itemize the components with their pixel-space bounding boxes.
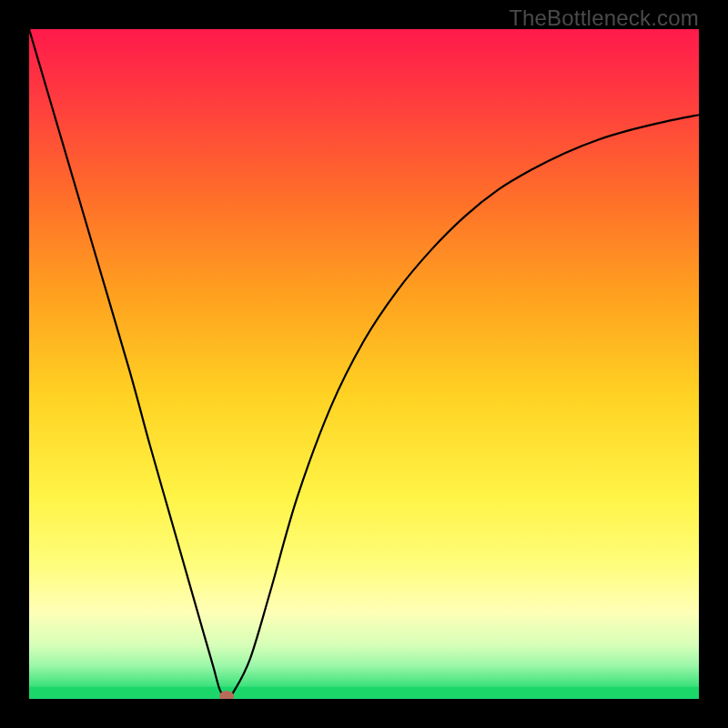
chart-svg — [29, 29, 699, 699]
gradient-background — [29, 29, 699, 699]
watermark-text: TheBottleneck.com — [509, 5, 699, 31]
bottom-green-band — [29, 687, 699, 699]
chart-frame: TheBottleneck.com — [0, 0, 728, 728]
plot-area — [29, 29, 699, 699]
